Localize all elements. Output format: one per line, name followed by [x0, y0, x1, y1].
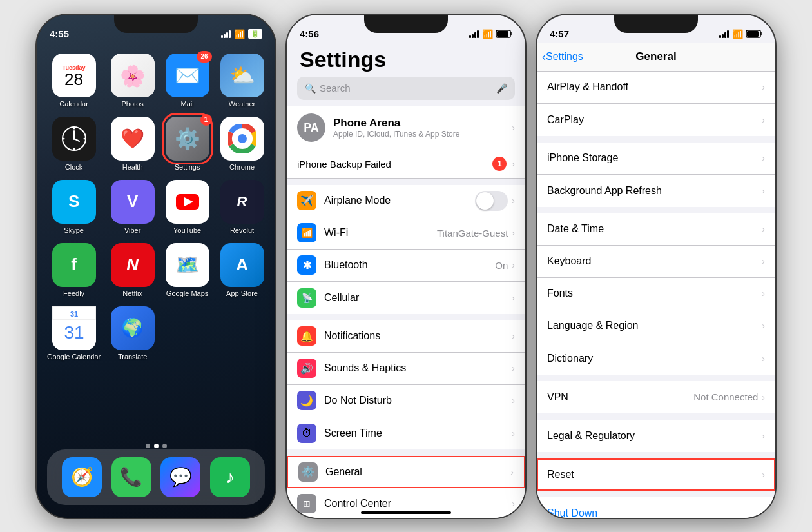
- settings-title: Settings: [300, 47, 386, 72]
- notch-2: [364, 15, 448, 33]
- app-icon-youtube[interactable]: YouTube: [164, 180, 210, 234]
- shutdown-button[interactable]: Shut Down: [537, 497, 775, 518]
- datetime-label: Date & Time: [547, 223, 762, 235]
- row-vpn[interactable]: VPN Not Connected ›: [537, 381, 775, 413]
- page-dots: [37, 444, 275, 448]
- general-icon: ⚙️: [302, 466, 314, 478]
- row-general[interactable]: ⚙️ General ›: [287, 456, 525, 488]
- gap-3: [287, 449, 525, 456]
- app-icon-calendar[interactable]: Tuesday 28 Calendar: [47, 54, 101, 108]
- profile-avatar: PA: [297, 113, 325, 142]
- row-wifi[interactable]: 📶 Wi-Fi TitanGate-Guest ›: [287, 217, 525, 250]
- app-label-calendar: Calendar: [59, 100, 88, 108]
- svg-rect-22: [497, 31, 508, 37]
- language-label: Language & Region: [547, 320, 762, 331]
- group-notifications: 🔔 Notifications › 🔊 Sounds & Haptics › 🌙: [287, 320, 525, 449]
- app-icon-chrome[interactable]: Chrome: [219, 117, 265, 171]
- airplay-label: AirPlay & Handoff: [547, 81, 762, 93]
- row-carplay[interactable]: CarPlay ›: [537, 104, 775, 136]
- row-notifications[interactable]: 🔔 Notifications ›: [287, 320, 525, 353]
- row-legal[interactable]: Legal & Regulatory ›: [537, 420, 775, 452]
- app-label-weather: Weather: [229, 100, 255, 108]
- profile-info: Phone Arena Apple ID, iCloud, iTunes & A…: [333, 117, 512, 139]
- app-icon-gcal[interactable]: 3131 Google Calendar: [47, 306, 101, 360]
- row-airplane[interactable]: ✈️ Airplane Mode ›: [287, 185, 525, 217]
- status-icons-2: 📶: [469, 29, 512, 39]
- app-icon-revolut[interactable]: R Revolut: [219, 180, 265, 234]
- backup-row[interactable]: iPhone Backup Failed 1 ›: [287, 150, 525, 179]
- row-reset[interactable]: Reset ›: [537, 458, 775, 491]
- phone-1: 4:55 📶 🔋 Tuesday 28 Calendar: [37, 15, 275, 518]
- dock-spotify[interactable]: ♪: [210, 457, 250, 497]
- app-icon-photos[interactable]: 🌸 Photos: [110, 54, 155, 108]
- sounds-icon: 🔊: [300, 362, 313, 375]
- app-icon-appstore[interactable]: A App Store: [219, 243, 265, 297]
- airplane-toggle[interactable]: [475, 191, 508, 211]
- wifi-settings-icon: 📶: [302, 228, 313, 238]
- app-label-gcal: Google Calendar: [47, 353, 101, 360]
- dock-safari[interactable]: 🧭: [62, 457, 102, 497]
- row-cellular[interactable]: 📡 Cellular ›: [287, 282, 525, 314]
- row-keyboard[interactable]: Keyboard ›: [537, 246, 775, 278]
- app-icon-settings[interactable]: ⚙️ 1 Settings: [164, 117, 210, 171]
- bluetooth-value: On: [495, 260, 508, 271]
- gen-gap-5: [537, 452, 775, 458]
- keyboard-chevron: ›: [762, 256, 765, 266]
- settings-search[interactable]: 🔍 Search 🎤: [297, 77, 515, 100]
- row-bgrefresh[interactable]: Background App Refresh ›: [537, 175, 775, 207]
- gen-gap-4: [537, 413, 775, 420]
- svg-point-6: [73, 127, 75, 129]
- gap-1: [287, 179, 525, 185]
- backup-badge: 1: [492, 157, 507, 171]
- wifi-icon-2: 📶: [482, 29, 493, 39]
- app-label-youtube: YouTube: [173, 226, 201, 234]
- row-iphonestorage[interactable]: iPhone Storage ›: [537, 143, 775, 175]
- app-icon-weather[interactable]: ⛅ Weather: [219, 54, 265, 108]
- dock: 🧭 📞 💬 ♪: [47, 449, 265, 505]
- app-icon-clock[interactable]: Clock: [47, 117, 101, 171]
- app-icon-skype[interactable]: S Skype: [47, 180, 101, 234]
- row-airplay[interactable]: AirPlay & Handoff ›: [537, 72, 775, 104]
- profile-row[interactable]: PA Phone Arena Apple ID, iCloud, iTunes …: [287, 106, 525, 150]
- gen-gap-2: [537, 207, 775, 213]
- reset-label: Reset: [547, 469, 762, 480]
- bluetooth-icon: ✱: [303, 259, 311, 271]
- row-dnd[interactable]: 🌙 Do Not Disturb ›: [287, 385, 525, 417]
- notifications-icon: 🔔: [300, 330, 313, 342]
- app-icon-feedly[interactable]: f Feedly: [47, 243, 101, 297]
- legal-chevron: ›: [762, 431, 765, 441]
- dictionary-chevron: ›: [762, 353, 765, 364]
- row-dictionary[interactable]: Dictionary ›: [537, 342, 775, 375]
- dock-messenger[interactable]: 💬: [160, 457, 200, 497]
- mic-icon: 🎤: [496, 83, 507, 94]
- profile-name: Phone Arena: [333, 117, 512, 130]
- app-icon-translate[interactable]: 🌍 Translate: [110, 306, 155, 360]
- app-icon-viber[interactable]: V Viber: [110, 180, 155, 234]
- dock-phone[interactable]: 📞: [111, 457, 151, 497]
- cc-chevron: ›: [512, 498, 515, 509]
- row-datetime[interactable]: Date & Time ›: [537, 213, 775, 246]
- app-label-photos: Photos: [122, 100, 144, 108]
- general-screen: 4:57 📶 ‹ Settings General: [537, 15, 775, 518]
- back-button[interactable]: ‹ Settings: [542, 50, 583, 64]
- iphonestorage-label: iPhone Storage: [547, 152, 762, 164]
- row-language[interactable]: Language & Region ›: [537, 310, 775, 342]
- app-icon-netflix[interactable]: N Netflix: [110, 243, 155, 297]
- fonts-label: Fonts: [547, 288, 762, 299]
- iphonestorage-chevron: ›: [762, 153, 765, 163]
- svg-point-9: [73, 148, 75, 150]
- row-fonts[interactable]: Fonts ›: [537, 278, 775, 310]
- general-chevron: ›: [510, 467, 514, 477]
- app-icon-mail[interactable]: ✉️ 26 Mail: [164, 54, 210, 108]
- row-sounds[interactable]: 🔊 Sounds & Haptics ›: [287, 353, 525, 385]
- row-bluetooth[interactable]: ✱ Bluetooth On ›: [287, 250, 525, 282]
- keyboard-label: Keyboard: [547, 255, 762, 267]
- row-screentime[interactable]: ⏱ Screen Time ›: [287, 417, 525, 449]
- app-label-feedly: Feedly: [63, 290, 84, 297]
- search-icon: 🔍: [305, 83, 316, 94]
- vpn-chevron: ›: [762, 392, 765, 402]
- svg-text:31: 31: [70, 310, 77, 318]
- app-icon-googlemaps[interactable]: 🗺️ Google Maps: [164, 243, 210, 297]
- svg-point-12: [238, 134, 247, 143]
- app-icon-health[interactable]: ❤️ Health: [110, 117, 155, 171]
